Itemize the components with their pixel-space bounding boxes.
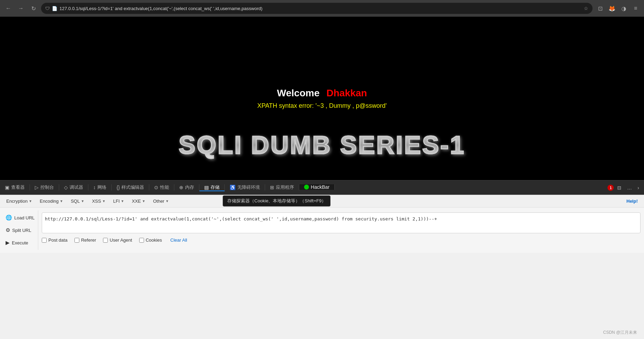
hackbar-dot-icon	[304, 185, 309, 189]
reload-button[interactable]: ↻	[29, 3, 38, 13]
tab-network-label: 网络	[97, 184, 106, 191]
more-options-button[interactable]: …	[625, 184, 634, 191]
hackbar-main: Post data Referer User Agent Cookies Cle…	[38, 210, 644, 250]
user-agent-label: User Agent	[110, 237, 132, 243]
load-url-button[interactable]: 🌐 Load URL	[2, 212, 36, 224]
devtools-tabs: ▣ 查看器 ▷ 控制台 ◇ 调试器 ↕ 网络 {} 样式编辑器 ⊙ 性能 ⊕ 内…	[0, 180, 644, 195]
pocket-icon[interactable]: ⊡	[595, 3, 605, 13]
forward-button[interactable]: →	[16, 3, 26, 13]
menu-icon[interactable]: ≡	[631, 3, 641, 13]
hackbar-sidebar: 🌐 Load URL ⚙ Split URL ▶ Execute	[0, 210, 38, 250]
post-data-checkbox[interactable]: Post data	[42, 237, 67, 243]
sqli-title: SQLI DUMB SERIES-1	[178, 131, 465, 159]
bookmark-star-icon[interactable]: ☆	[584, 6, 588, 11]
xss-label: XSS	[92, 199, 101, 204]
back-button[interactable]: ←	[3, 3, 13, 13]
url-textarea-wrapper	[42, 212, 641, 235]
execute-label: Execute	[12, 240, 28, 245]
lfi-arrow-icon: ▼	[121, 199, 124, 203]
tab-memory[interactable]: ⊕ 内存	[174, 184, 199, 191]
tab-performance-label: 性能	[160, 184, 169, 191]
encoding-arrow-icon: ▼	[60, 199, 63, 203]
execute-icon: ▶	[6, 240, 10, 246]
split-url-button[interactable]: ⚙ Split URL	[2, 224, 36, 236]
webpage-content: Welcome Dhakkan XPATH syntax error: '~3 …	[0, 17, 644, 180]
clear-all-button[interactable]: Clear All	[169, 237, 189, 243]
menu-item-lfi[interactable]: LFI ▼	[110, 197, 128, 205]
split-url-icon: ⚙	[6, 227, 10, 233]
watermark: CSDN @江月未来	[603, 330, 637, 336]
lfi-label: LFI	[113, 199, 120, 204]
encryption-arrow-icon: ▼	[29, 199, 32, 203]
tab-performance[interactable]: ⊙ 性能	[149, 184, 174, 191]
xxe-label: XXE	[132, 199, 141, 204]
url-input[interactable]	[42, 212, 641, 233]
tab-storage-label: 存储	[210, 184, 220, 191]
user-agent-checkbox-input[interactable]	[103, 238, 108, 243]
tab-debugger[interactable]: ◇ 调试器	[59, 184, 88, 191]
xss-arrow-icon: ▼	[102, 199, 105, 203]
menu-item-xxe[interactable]: XXE ▼	[128, 197, 149, 205]
accessibility-icon: ♿	[230, 185, 236, 190]
user-agent-checkbox[interactable]: User Agent	[103, 237, 132, 243]
other-arrow-icon: ▼	[165, 199, 169, 203]
tab-inspector[interactable]: ▣ 查看器	[0, 184, 30, 191]
tab-console[interactable]: ▷ 控制台	[30, 184, 59, 191]
tab-application[interactable]: ⊞ 应用程序	[265, 184, 299, 191]
address-bar[interactable]: 🛡 📄 127.0.0.1/sql/Less-1/?id=1' and extr…	[41, 3, 593, 14]
post-data-checkbox-input[interactable]	[42, 238, 47, 243]
cookies-label: Cookies	[146, 237, 162, 243]
extension-fox-icon[interactable]: 🦊	[607, 3, 617, 13]
browser-toolbar: ← → ↻ 🛡 📄 127.0.0.1/sql/Less-1/?id=1' an…	[0, 0, 644, 17]
referer-checkbox[interactable]: Referer	[74, 237, 96, 243]
execute-button[interactable]: ▶ Execute	[2, 237, 36, 249]
tab-style-editor-label: 样式编辑器	[121, 184, 144, 191]
console-icon: ▷	[35, 185, 39, 190]
checkbox-row: Post data Referer User Agent Cookies Cle…	[42, 237, 641, 243]
devtools-right-buttons: 1 ⊟ … ›	[607, 184, 644, 191]
cookies-checkbox[interactable]: Cookies	[139, 237, 162, 243]
storage-icon: ▤	[204, 185, 209, 190]
application-icon: ⊞	[270, 185, 274, 190]
page-icon: 📄	[52, 6, 57, 11]
close-devtools-button[interactable]: ›	[635, 184, 641, 191]
responsive-design-button[interactable]: ⊟	[615, 184, 623, 191]
menu-item-encryption[interactable]: Encryption ▼	[3, 197, 35, 205]
cookies-checkbox-input[interactable]	[139, 238, 144, 243]
error-badge: 1	[607, 185, 614, 191]
menu-item-xss[interactable]: XSS ▼	[88, 197, 109, 205]
address-bar-text: 127.0.0.1/sql/Less-1/?id=1' and extractv…	[59, 6, 582, 11]
xpath-error-text: XPATH syntax error: '~3 , Dummy , p@sswo…	[257, 102, 387, 110]
toolbar-icons: ⊡ 🦊 ◑ ≡	[595, 3, 641, 13]
shield-icon: 🛡	[45, 6, 50, 11]
tab-accessibility[interactable]: ♿ 无障碍环境	[225, 184, 265, 191]
hackbar-body: 🌐 Load URL ⚙ Split URL ▶ Execute Post da…	[0, 208, 644, 253]
referer-label: Referer	[81, 237, 96, 243]
menu-item-encoding[interactable]: Encoding ▼	[36, 197, 66, 205]
tab-debugger-label: 调试器	[70, 184, 83, 191]
network-icon: ↕	[93, 185, 96, 190]
menu-item-sql[interactable]: SQL ▼	[67, 197, 88, 205]
storage-tooltip: 存储探索器（Cookie、本地存储等）（Shift+F9）	[223, 195, 331, 207]
tab-memory-label: 内存	[185, 184, 194, 191]
help-link[interactable]: Help!	[627, 199, 642, 204]
load-url-label: Load URL	[14, 215, 35, 220]
referer-checkbox-input[interactable]	[74, 238, 79, 243]
other-label: Other	[153, 199, 165, 204]
theme-icon[interactable]: ◑	[619, 3, 629, 13]
sql-arrow-icon: ▼	[81, 199, 84, 203]
encoding-label: Encoding	[40, 199, 58, 204]
style-editor-icon: {}	[117, 185, 120, 190]
welcome-label: Welcome	[277, 88, 319, 98]
tab-network[interactable]: ↕ 网络	[88, 184, 112, 191]
tab-hackbar-label: HackBar	[311, 184, 329, 190]
post-data-label: Post data	[48, 237, 67, 243]
performance-icon: ⊙	[154, 185, 158, 190]
encryption-label: Encryption	[6, 199, 27, 204]
split-url-label: Split URL	[12, 228, 31, 233]
username-text: Dhakkan	[326, 88, 367, 98]
menu-item-other[interactable]: Other ▼	[150, 197, 172, 205]
tab-hackbar[interactable]: HackBar	[299, 184, 335, 190]
tab-style-editor[interactable]: {} 样式编辑器	[112, 184, 149, 191]
tab-storage[interactable]: ▤ 存储	[199, 184, 225, 191]
